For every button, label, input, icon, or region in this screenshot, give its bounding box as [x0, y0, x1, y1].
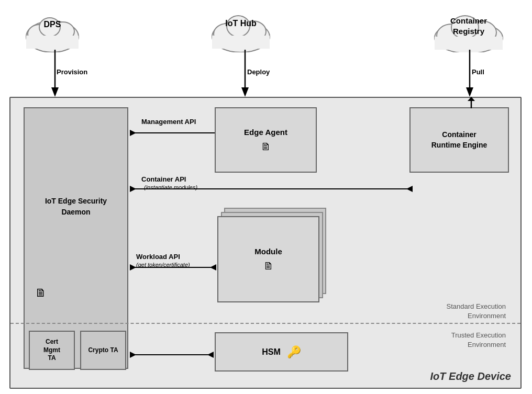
edge-agent-label: Edge Agent — [244, 128, 287, 137]
module-doc-icon: 🗎 — [263, 260, 274, 272]
iot-hub-cloud-svg — [207, 5, 275, 52]
iot-edge-device-box: IoT Edge SecurityDaemon 🗎 Management API… — [9, 97, 522, 389]
svg-marker-22 — [130, 130, 136, 136]
hsm-box: HSM 🔑 — [215, 332, 348, 372]
deploy-label: Deploy — [247, 68, 270, 76]
security-daemon-box: IoT Edge SecurityDaemon 🗎 — [24, 107, 128, 369]
cert-mgmt-box: CertMgmtTA — [29, 331, 75, 370]
svg-marker-32 — [207, 352, 214, 358]
container-runtime-box: ContainerRuntime Engine — [409, 107, 509, 173]
container-registry-label: ContainerRegistry — [429, 16, 508, 36]
svg-rect-9 — [212, 36, 270, 49]
edge-agent-box: Edge Agent 🗎 — [215, 107, 317, 173]
security-daemon-label: IoT Edge SecurityDaemon — [34, 196, 118, 218]
svg-marker-16 — [51, 87, 59, 97]
container-runtime-label: ContainerRuntime Engine — [431, 130, 487, 150]
management-api-label: Management API — [141, 118, 196, 126]
container-registry-cloud: ContainerRegistry — [429, 5, 508, 54]
cert-icon-daemon: 🗎 — [35, 286, 47, 300]
standard-exec-label: Standard ExecutionEnvironment — [447, 302, 506, 321]
svg-marker-34 — [468, 97, 475, 101]
hsm-arrow — [130, 349, 219, 361]
crypto-ta-label: Crypto TA — [88, 346, 118, 355]
pull-label: Pull — [472, 68, 484, 76]
svg-marker-25 — [130, 186, 136, 192]
svg-rect-4 — [26, 36, 79, 49]
container-api-label: Container API — [141, 175, 186, 183]
svg-marker-20 — [466, 87, 473, 97]
svg-marker-28 — [130, 264, 136, 271]
crypto-ta-box: Crypto TA — [80, 331, 126, 370]
cert-mgmt-label: CertMgmtTA — [43, 338, 60, 363]
iot-hub-cloud: IoT Hub — [207, 5, 275, 54]
trusted-exec-label: Trusted ExecutionEnvironment — [451, 331, 506, 350]
provision-label: Provision — [57, 68, 87, 76]
dps-cloud: DPS — [21, 5, 84, 54]
pull-vertical-arrow — [463, 97, 479, 108]
container-api-sublabel: (instantiate modules) — [144, 184, 197, 190]
svg-marker-18 — [241, 87, 249, 97]
svg-marker-26 — [406, 186, 413, 192]
iot-edge-device-label: IoT Edge Device — [430, 370, 512, 382]
dps-label: DPS — [21, 20, 84, 29]
dashed-separator — [10, 323, 520, 324]
svg-rect-14 — [435, 37, 503, 50]
hsm-key-icon: 🔑 — [287, 345, 301, 359]
svg-marker-31 — [130, 352, 136, 358]
iot-hub-label: IoT Hub — [207, 19, 275, 28]
page-container: DPS IoT Hub ContainerRegistry Provision — [0, 0, 532, 394]
edge-agent-doc-icon: 🗎 — [261, 141, 271, 153]
svg-marker-29 — [210, 264, 216, 271]
hsm-label: HSM — [262, 347, 281, 357]
module-box: Module 🗎 — [217, 216, 319, 302]
workload-api-label: Workload API — [136, 253, 180, 261]
workload-api-sublabel: (get token/certificate) — [136, 262, 190, 268]
module-label: Module — [254, 247, 282, 256]
